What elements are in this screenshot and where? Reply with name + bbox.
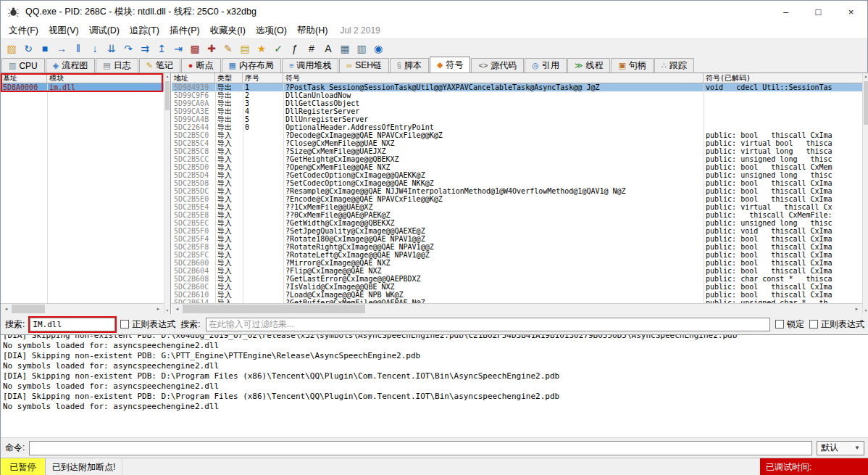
- filter-input[interactable]: [206, 318, 770, 331]
- symbol-row[interactable]: 5DC2B5EC 导入 ?GetWidth@CxImage@@QBEKXZ pu…: [172, 219, 862, 227]
- tab-memory-map[interactable]: ▦ 内存布局: [222, 58, 281, 73]
- symbol-row[interactable]: 5DC2B5F4 导入 ?Rotate180@CxImage@@QAE_NPAV…: [172, 235, 862, 243]
- help-icon[interactable]: ◉: [370, 41, 386, 57]
- step-over-icon[interactable]: ↷: [120, 41, 136, 57]
- animate-into-icon[interactable]: ⇊: [104, 41, 120, 57]
- scrollbar-thumb[interactable]: [864, 81, 868, 125]
- lock-checkbox[interactable]: [775, 320, 784, 329]
- command-input[interactable]: [29, 441, 812, 455]
- comment-icon[interactable]: ✎: [220, 41, 236, 57]
- symbol-row[interactable]: 5DC2B5C8 导入 ?Size@CxMemFile@@UAEJXZ publ…: [172, 147, 862, 155]
- tab-call-stack[interactable]: ≡ 调用堆栈: [282, 58, 338, 73]
- run-to-user-code-icon[interactable]: ⇥: [170, 41, 186, 57]
- symbols-vertical-scrollbar[interactable]: ▲ ▼: [862, 73, 868, 314]
- tab-threads[interactable]: ≫ 线程: [567, 58, 611, 73]
- tab-source[interactable]: <> 源代码: [471, 58, 524, 73]
- scroll-down-icon[interactable]: ▼: [164, 307, 170, 314]
- symbol-row[interactable]: 5D99C9F6 导出 2 DllCanUnloadNow: [172, 91, 862, 99]
- modules-horizontal-scrollbar[interactable]: ◄ ►: [1, 303, 164, 314]
- tab-trace[interactable]: ∴ 跟踪: [654, 58, 694, 73]
- favourites-icon[interactable]: ★: [254, 41, 270, 57]
- symbol-row[interactable]: 5DC2B5DC 导入 ?Resample@CxImage@@QAE_NJJW4…: [172, 187, 862, 195]
- tab-references[interactable]: ◎ 引用: [525, 58, 567, 73]
- patch-icon[interactable]: ▩: [187, 41, 203, 57]
- menu-plugins[interactable]: 插件(P): [164, 23, 205, 38]
- tab-log[interactable]: ▤ 日志: [96, 58, 138, 73]
- tab-seh[interactable]: ∞ SEH链: [339, 58, 389, 73]
- symbol-row[interactable]: 5DC2B5F8 导入 ?RotateRight@CxImage@@QAE_NP…: [172, 243, 862, 251]
- scroll-right-icon[interactable]: ►: [851, 304, 862, 314]
- tab-cpu[interactable]: ▥ CPU: [1, 58, 45, 73]
- symbol-row[interactable]: 5D984939 导出 1 ?PostTask_Session@SessionT…: [172, 83, 862, 91]
- restart-icon[interactable]: ↻: [20, 41, 36, 57]
- animate-over-icon[interactable]: ⇉: [137, 41, 153, 57]
- symbol-row[interactable]: 5DC2B5E0 导入 ?Encode@CxImage@@QAE_NPAVCxF…: [172, 195, 862, 203]
- scroll-up-icon[interactable]: ▲: [164, 73, 170, 80]
- notes-icon[interactable]: ▤: [237, 41, 253, 57]
- symbol-row[interactable]: 5DC2B5CC 导入 ?GetHeight@CxImage@@QBEKXZ p…: [172, 155, 862, 163]
- regex-checkbox[interactable]: [120, 320, 129, 329]
- check-icon[interactable]: ✓: [270, 41, 286, 57]
- menu-view[interactable]: 视图(V): [43, 23, 84, 38]
- scroll-down-icon[interactable]: ▼: [863, 307, 868, 314]
- scroll-left-icon[interactable]: ◄: [172, 304, 183, 314]
- execute-till-return-icon[interactable]: ↥: [154, 41, 170, 57]
- symbol-row[interactable]: 5DC2B5D4 导入 ?GetCodecOption@CxImage@@QAE…: [172, 171, 862, 179]
- maximize-button[interactable]: □: [802, 1, 835, 22]
- symbol-row[interactable]: 5D99CA0A 导出 3 DllGetClassObject: [172, 99, 862, 107]
- symbols-horizontal-scrollbar[interactable]: ◄ ►: [172, 303, 862, 314]
- symbol-row[interactable]: 5DC2B5E8 导入 ??0CxMemFile@@QAE@PAEK@Z pub…: [172, 211, 862, 219]
- tab-notes[interactable]: ✎ 笔记: [139, 58, 180, 73]
- tab-handles[interactable]: ▣ 句柄: [611, 58, 653, 73]
- scrollbar-thumb[interactable]: [165, 81, 170, 110]
- symbol-row[interactable]: 5DC2B604 导入 ?Flip@CxImage@@QAE_NXZ publi…: [172, 267, 862, 275]
- string-references-icon[interactable]: #: [304, 41, 320, 57]
- symbol-row[interactable]: 5DC2B5C0 导入 ?Decode@CxImage@@QAE_NPAVCxF…: [172, 131, 862, 139]
- symbol-search-input[interactable]: [30, 318, 115, 331]
- layout-icon[interactable]: ▥: [354, 41, 370, 57]
- tab-symbols[interactable]: ◆ 符号: [430, 57, 470, 73]
- symbol-row[interactable]: 5D99CA4B 导出 5 DllUnregisterServer: [172, 115, 862, 123]
- modules-vertical-scrollbar[interactable]: ▲ ▼: [164, 73, 170, 314]
- close-button[interactable]: ×: [835, 1, 867, 22]
- symbol-row[interactable]: 5DC2B610 导入 ?Load@CxImage@@QAE_NPB_WK@Z …: [172, 291, 862, 299]
- run-icon[interactable]: →: [54, 41, 70, 57]
- menu-help[interactable]: 帮助(H): [292, 23, 333, 38]
- minimize-button[interactable]: –: [769, 1, 802, 22]
- symbol-row[interactable]: 5DC2B5D8 导入 ?SetCodecOption@CxImage@@QAE…: [172, 179, 862, 187]
- log-panel[interactable]: [DIA] Skipping non-existent PDB: D:\x64d…: [1, 334, 868, 437]
- scrollbar-thumb[interactable]: [12, 305, 45, 313]
- step-into-icon[interactable]: ↓: [87, 41, 103, 57]
- module-row[interactable]: 5D8A0000 im.dll: [1, 83, 164, 91]
- symbol-row[interactable]: 5D99CA3E 导出 4 DllRegisterServer: [172, 107, 862, 115]
- app-icon[interactable]: [7, 5, 20, 18]
- inject-icon[interactable]: ✚: [204, 41, 220, 57]
- symbol-row[interactable]: 5DC2B5D0 导入 ?Open@CxMemFile@@QAE_NXZ pub…: [172, 163, 862, 171]
- memory-map-icon[interactable]: ▦: [337, 41, 353, 57]
- menu-trace[interactable]: 追踪(T): [125, 23, 164, 38]
- pause-icon[interactable]: ‖: [70, 41, 86, 57]
- symbol-row[interactable]: 5DC2B608 导入 ?GetLastError@CxImage@@QAEPB…: [172, 275, 862, 283]
- symbol-row[interactable]: 5DC2B5C4 导入 ?Close@CxMemFile@@UAE_NXZ pu…: [172, 139, 862, 147]
- tab-breakpoints[interactable]: ● 断点: [181, 58, 221, 73]
- tab-graph[interactable]: ◈ 流程图: [46, 58, 95, 73]
- symbol-row[interactable]: 5DC2B600 导入 ?Mirror@CxImage@@QAE_NXZ pub…: [172, 259, 862, 267]
- menu-debug[interactable]: 调试(D): [84, 23, 125, 38]
- scroll-right-icon[interactable]: ►: [153, 304, 164, 314]
- symbol-row[interactable]: 5DC22644 导出 0 OptionalHeader.AddressOfEn…: [172, 123, 862, 131]
- menu-options[interactable]: 选项(O): [251, 23, 292, 38]
- menu-file[interactable]: 文件(F): [4, 23, 43, 38]
- open-file-icon[interactable]: ▨: [4, 41, 20, 57]
- scroll-left-icon[interactable]: ◄: [1, 304, 12, 314]
- menu-favourites[interactable]: 收藏夹(I): [205, 23, 251, 38]
- tab-script[interactable]: § 脚本: [390, 58, 429, 73]
- scroll-up-icon[interactable]: ▲: [863, 73, 868, 80]
- command-profile-dropdown[interactable]: 默认 ▼: [817, 441, 864, 455]
- symbol-row[interactable]: 5DC2B5F0 导入 ?SetJpegQuality@CxImage@@QAE…: [172, 227, 862, 235]
- regex-checkbox-2[interactable]: [809, 320, 818, 329]
- text-encoding-icon[interactable]: A: [320, 41, 336, 57]
- symbol-row[interactable]: 5DC2B5E4 导入 ??1CxMemFile@@UAE@XZ public:…: [172, 203, 862, 211]
- stop-icon[interactable]: ■: [37, 41, 53, 57]
- symbol-row[interactable]: 5DC2B60C 导入 ?IsValid@CxImage@@QBE_NXZ pu…: [172, 283, 862, 291]
- symbol-row[interactable]: 5DC2B5FC 导入 ?RotateLeft@CxImage@@QAE_NPA…: [172, 251, 862, 259]
